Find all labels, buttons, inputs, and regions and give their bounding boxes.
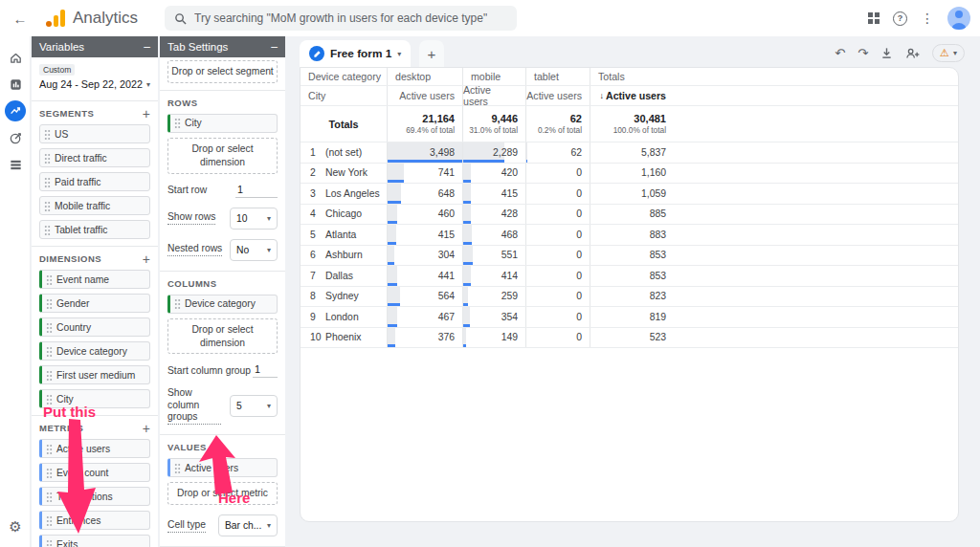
- drag-handle-icon[interactable]: [46, 515, 53, 526]
- metric-value: 415: [501, 188, 518, 199]
- start-column-group-input[interactable]: 1: [253, 363, 278, 378]
- back-button[interactable]: ←: [10, 11, 31, 27]
- library-icon[interactable]: [0, 151, 31, 178]
- drag-handle-icon[interactable]: [44, 129, 51, 140]
- help-button[interactable]: ?: [893, 11, 907, 26]
- undo-icon[interactable]: ↶: [835, 46, 845, 60]
- add-metric-button[interactable]: +: [143, 424, 150, 433]
- warnings-dropdown[interactable]: ⚠ ▾: [932, 44, 965, 62]
- search-input[interactable]: Try searching "MoM growth in users for e…: [165, 6, 517, 31]
- table-row[interactable]: 9London4673540819: [301, 307, 958, 328]
- chip-device-category[interactable]: Device category: [167, 295, 278, 314]
- add-segment-button[interactable]: +: [143, 109, 150, 119]
- chip-tablet-traffic[interactable]: Tablet traffic: [39, 220, 150, 239]
- explore-icon-active[interactable]: [0, 98, 31, 124]
- overflow-menu-button[interactable]: ⋮: [921, 11, 934, 26]
- column-header-tablet[interactable]: tablet: [525, 68, 590, 85]
- add-tab-button[interactable]: +: [419, 40, 444, 67]
- drag-handle-icon[interactable]: [46, 370, 53, 381]
- tab-free-form[interactable]: Free form 1 ▾: [300, 40, 411, 67]
- show-rows-select[interactable]: 10▾: [230, 208, 278, 230]
- share-user-icon[interactable]: [905, 47, 920, 59]
- metric-value: 428: [501, 208, 518, 219]
- chip-direct-traffic[interactable]: Direct traffic: [39, 148, 150, 167]
- download-icon[interactable]: [880, 47, 893, 59]
- drag-handle-icon[interactable]: [46, 346, 53, 357]
- chip-transactions[interactable]: Transactions: [39, 487, 150, 506]
- apps-grid-button[interactable]: [868, 12, 880, 24]
- drag-handle-icon[interactable]: [44, 153, 51, 164]
- chip-event-name[interactable]: Event name: [39, 270, 150, 289]
- metric-header-4[interactable]: ↓Active users: [590, 86, 678, 105]
- minimize-variables-button[interactable]: –: [144, 42, 150, 52]
- date-range-picker[interactable]: Aug 24 - Sep 22, 2022 ▾: [39, 78, 150, 94]
- table-row[interactable]: 8Sydney5642590823: [301, 287, 958, 308]
- column-header-mobile[interactable]: mobile: [462, 68, 525, 85]
- chip-entrances[interactable]: Entrances: [39, 511, 150, 530]
- account-avatar[interactable]: [947, 7, 970, 30]
- column-header-device-category[interactable]: Device category: [301, 68, 387, 85]
- table-row[interactable]: 4Chicago4604280885: [301, 205, 958, 226]
- metric-drop-zone[interactable]: Drop or select metric: [167, 482, 278, 505]
- table-row[interactable]: 6Ashburn3045510853: [301, 246, 958, 267]
- minimize-tab-settings-button[interactable]: –: [271, 42, 278, 52]
- column-header-totals[interactable]: Totals: [590, 68, 678, 85]
- drag-handle-icon[interactable]: [174, 118, 181, 128]
- rows-dimension-drop-zone[interactable]: Drop or select dimension: [167, 138, 278, 174]
- table-row[interactable]: 2New York74142001,160: [301, 164, 958, 185]
- advertising-icon[interactable]: [0, 124, 31, 151]
- drag-handle-icon[interactable]: [46, 468, 53, 478]
- start-row-input[interactable]: 1: [235, 184, 278, 198]
- chip-active-users[interactable]: Active users: [167, 458, 278, 477]
- table-row[interactable]: 7Dallas4414140853: [301, 266, 958, 287]
- row-rank: 5: [301, 230, 325, 240]
- reports-icon[interactable]: [0, 71, 31, 98]
- chip-us[interactable]: US: [39, 124, 150, 143]
- drag-handle-icon[interactable]: [46, 298, 53, 309]
- metric-cell: 0: [525, 287, 590, 307]
- table-row[interactable]: 1(not set)3,4982,289625,837: [301, 142, 958, 164]
- metric-header-1[interactable]: Active users: [387, 86, 462, 105]
- drag-handle-icon[interactable]: [46, 539, 53, 547]
- drag-handle-icon[interactable]: [46, 274, 53, 285]
- chip-paid-traffic[interactable]: Paid traffic: [39, 172, 150, 191]
- chip-city[interactable]: City: [167, 114, 278, 133]
- drag-handle-icon[interactable]: [46, 322, 53, 333]
- chip-exits[interactable]: Exits: [39, 535, 150, 547]
- chip-city[interactable]: City: [39, 389, 150, 408]
- table-row[interactable]: 5Atlanta4154680883: [301, 225, 958, 246]
- chip-label: Paid traffic: [55, 177, 100, 187]
- chip-country[interactable]: Country: [39, 317, 150, 337]
- metric-cell: 467: [387, 307, 462, 327]
- drag-handle-icon[interactable]: [44, 201, 51, 211]
- drag-handle-icon[interactable]: [46, 492, 53, 502]
- add-dimension-button[interactable]: +: [143, 254, 150, 264]
- column-header-desktop[interactable]: desktop: [387, 68, 462, 85]
- drag-handle-icon[interactable]: [44, 225, 51, 235]
- show-column-groups-select[interactable]: 5▾: [230, 395, 278, 417]
- drag-handle-icon[interactable]: [174, 298, 181, 309]
- home-icon[interactable]: [0, 44, 31, 71]
- metric-header-0[interactable]: City: [301, 86, 387, 105]
- nested-rows-select[interactable]: No▾: [230, 239, 278, 261]
- chip-event-count[interactable]: Event count: [39, 463, 150, 482]
- cell-type-select[interactable]: Bar ch...▾: [218, 514, 278, 536]
- settings-gear-icon[interactable]: ⚙: [0, 518, 31, 536]
- table-row[interactable]: 10Phoenix3761490523: [301, 328, 958, 349]
- table-row[interactable]: 3Los Angeles64841501,059: [301, 184, 958, 205]
- chip-device-category[interactable]: Device category: [39, 341, 150, 361]
- drag-handle-icon[interactable]: [46, 444, 53, 454]
- drag-handle-icon[interactable]: [174, 463, 181, 473]
- drag-handle-icon[interactable]: [46, 394, 53, 405]
- columns-dimension-drop-zone[interactable]: Drop or select dimension: [167, 318, 278, 355]
- chip-active-users[interactable]: Active users: [39, 439, 150, 458]
- segment-drop-zone[interactable]: Drop or select segment: [167, 60, 278, 83]
- drag-handle-icon[interactable]: [44, 177, 51, 187]
- redo-icon[interactable]: ↷: [858, 46, 868, 60]
- metric-header-2[interactable]: Active users: [462, 86, 525, 105]
- chip-gender[interactable]: Gender: [39, 294, 150, 313]
- metric-cell: 354: [462, 307, 525, 327]
- chip-mobile-traffic[interactable]: Mobile traffic: [39, 196, 150, 215]
- chip-first-user-medium[interactable]: First user medium: [39, 365, 150, 384]
- metric-header-3[interactable]: Active users: [525, 86, 590, 105]
